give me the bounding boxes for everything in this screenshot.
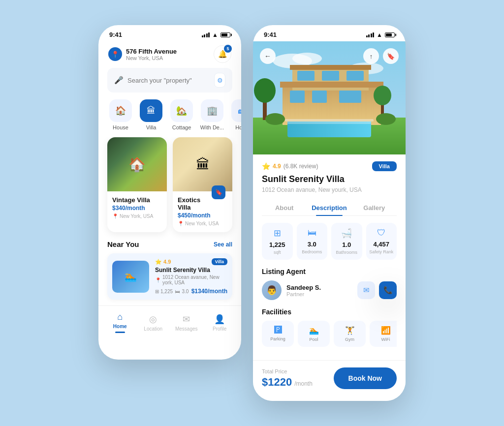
detail-tabs: About Description Gallery (262, 200, 397, 216)
category-hou[interactable]: 🏘 Hou... (227, 99, 241, 130)
nearby-card-sunlit[interactable]: 🏊 ⭐ 4.9 Villa Sunlit Serenity Villa 📍 10… (107, 253, 232, 300)
facility-4: 📶 WiFi (370, 321, 397, 347)
status-icons-left: ▲ (202, 31, 230, 38)
rating-score: 4.9 (273, 163, 281, 170)
svg-rect-13 (322, 71, 339, 81)
property-cards-row: 🏠 Vintage Villa $340/month 📍 New York, U… (98, 137, 241, 240)
location-text: 576 Fifth Avenue New York, USA (126, 48, 177, 61)
review-count: (6.8K review) (284, 163, 318, 170)
filter-icon[interactable]: ⚙ (214, 73, 225, 88)
see-all-button[interactable]: See all (214, 241, 232, 248)
email-agent-button[interactable]: ✉ (357, 281, 375, 299)
pin-icon-exotics: 📍 (178, 221, 184, 226)
svg-rect-17 (285, 119, 374, 122)
rating-section: ⭐ 4.9 (6.8K review) (262, 162, 318, 170)
nearby-price: $1340/month (191, 288, 227, 295)
svg-point-23 (376, 113, 396, 125)
bedrooms-label: Bedrooms (302, 249, 322, 254)
safety-value: 4,457 (373, 241, 389, 248)
facilities-row: 🅿 Parking 🏊 Pool 🏋 Gym 📶 WiFi (262, 321, 397, 347)
price-section: Total Price $1220 /month (262, 368, 313, 389)
nearby-rating: ⭐ 4.9 (155, 259, 171, 265)
facility-2: 🏊 Pool (298, 321, 330, 347)
nav-active-indicator (115, 332, 125, 333)
total-price-display: $1220 /month (262, 376, 313, 389)
book-now-button[interactable]: Book Now (334, 367, 397, 389)
agent-info: 👨 Sandeep S. Partner (262, 280, 321, 300)
sqft-icon: ⊞ (155, 289, 159, 294)
wifi-icon: ▲ (212, 31, 218, 38)
price-amount: $1220 (262, 376, 292, 389)
stat-bedrooms: 🛏 3.0 Bedrooms (297, 223, 328, 260)
detail-bottom-bar: Total Price $1220 /month Book Now (253, 360, 406, 401)
share-button[interactable]: ↑ (363, 48, 379, 64)
facility-3: 🏋 Gym (334, 321, 366, 347)
property-title: Sunlit Serenity Villa (262, 174, 397, 184)
facility-4-icon: 📶 (381, 326, 391, 335)
messages-nav-label: Messages (175, 326, 198, 332)
facility-3-icon: 🏋 (345, 326, 355, 335)
villa-icon: 🏛 (140, 99, 162, 122)
time-right: 9:41 (264, 31, 277, 38)
vintage-villa-image: 🏠 (107, 137, 167, 191)
home-nav-icon: ⌂ (117, 312, 123, 322)
withde-label: With De... (200, 124, 224, 130)
house-icon: 🏠 (109, 99, 132, 122)
category-cottage[interactable]: 🏡 Cottage (166, 99, 197, 130)
svg-rect-7 (280, 82, 383, 88)
location-pin-icon: 📍 (108, 47, 122, 61)
category-house[interactable]: 🏠 House (105, 99, 136, 130)
nav-profile[interactable]: 👤 Profile (206, 314, 233, 332)
save-button[interactable]: 🔖 (383, 48, 399, 64)
nav-location[interactable]: ◎ Location (140, 314, 167, 332)
withde-icon: 🏢 (201, 99, 223, 122)
tab-description[interactable]: Description (307, 200, 351, 215)
location-nav-label: Location (144, 326, 162, 332)
agent-avatar: 👨 (262, 280, 282, 300)
agent-role: Partner (286, 291, 321, 297)
villa-label: Villa (146, 124, 157, 130)
nav-home[interactable]: ⌂ Home (106, 312, 133, 333)
exotics-villa-image: 🏛 (173, 137, 232, 191)
nav-messages[interactable]: ✉ Messages (173, 314, 200, 332)
property-card-exotics[interactable]: 🏛 🔖 Exotics Villa $450/month 📍 New York,… (173, 137, 232, 232)
search-input[interactable] (127, 77, 210, 84)
call-agent-button[interactable]: 📞 (379, 281, 397, 299)
category-withde[interactable]: 🏢 With De... (197, 99, 227, 130)
back-button[interactable]: ← (260, 48, 276, 64)
tab-gallery[interactable]: Gallery (352, 200, 397, 215)
near-you-title: Near You (107, 240, 139, 248)
near-you-header: Near You See all (98, 240, 241, 253)
bath-stat-icon: 🛁 (341, 228, 352, 239)
svg-point-2 (292, 53, 322, 64)
facility-4-label: WiFi (381, 337, 390, 342)
category-villa[interactable]: 🏛 Villa (136, 99, 166, 130)
sqft-label: sqft (274, 250, 281, 255)
property-stats-row: ⊞ 1,225 sqft 🛏 3.0 Bedrooms 🛁 1.0 Bathro… (262, 223, 397, 260)
svg-rect-14 (346, 71, 364, 81)
signal-icon-right (366, 32, 375, 37)
mic-icon: 🎤 (114, 76, 124, 85)
agent-name: Sandeep S. (286, 284, 321, 291)
exotics-villa-location: 📍 New York, USA (178, 221, 227, 226)
exotics-villa-price: $450/month (178, 212, 227, 219)
category-tabs: 🏠 House 🏛 Villa 🏡 Cottage 🏢 With De... 🏘… (98, 99, 241, 137)
notification-button[interactable]: 🔔 5 (214, 45, 231, 63)
notification-badge: 5 (224, 45, 232, 53)
facilities-label: Facilities (262, 308, 397, 316)
facility-2-label: Pool (309, 337, 318, 342)
property-card-vintage[interactable]: 🏠 Vintage Villa $340/month 📍 New York, U… (107, 137, 167, 232)
exotics-villa-info: 🔖 Exotics Villa $450/month 📍 New York, U… (173, 191, 232, 232)
total-price-label: Total Price (262, 368, 313, 374)
sunlit-villa-image: 🏊 (112, 261, 149, 293)
sqft-stat-icon: ⊞ (274, 228, 281, 239)
status-icons-right: ▲ (366, 31, 395, 38)
facility-2-icon: 🏊 (309, 326, 319, 335)
right-phone: 9:41 ▲ (253, 25, 406, 401)
location-nav-icon: ◎ (149, 314, 157, 325)
tab-about[interactable]: About (262, 200, 307, 215)
house-label: House (113, 124, 128, 130)
svg-rect-10 (312, 91, 327, 103)
bookmark-button[interactable]: 🔖 (212, 185, 225, 199)
cottage-label: Cottage (172, 124, 191, 130)
